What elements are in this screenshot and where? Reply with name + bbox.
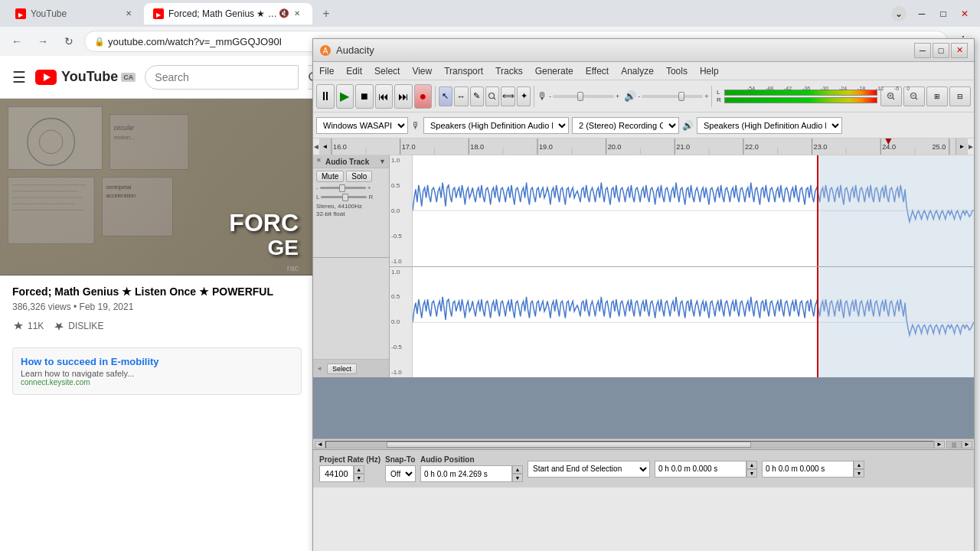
selection-start-down-button[interactable]: ▼	[746, 469, 757, 478]
skip-forward-button[interactable]: ⏭	[394, 84, 413, 109]
thumb-background: circular motion... centripetal accelerat…	[0, 99, 314, 276]
audio-position-up-button[interactable]: ▲	[512, 465, 523, 474]
menu-edit[interactable]: Edit	[340, 62, 368, 80]
input-volume-thumb	[577, 92, 583, 101]
project-rate-value[interactable]: 44100	[319, 465, 354, 482]
select-tool-button[interactable]: ↖	[439, 86, 452, 106]
selection-end-value[interactable]: 0 h 0.0 m 0.000 s	[762, 461, 854, 478]
audacity-window: A Audacity ─ □ ✕ File Edit Select View T…	[312, 38, 975, 551]
menu-analyze[interactable]: Analyze	[615, 62, 660, 80]
waveform-track-1[interactable]: 1.0 0.5 0.0 -0.5 -1.0	[390, 155, 974, 267]
tab-close-1[interactable]: ✕	[122, 8, 135, 20]
zoom-out-button[interactable]	[903, 86, 925, 106]
horizontal-scrollbar[interactable]: ◄ ► ||| ►	[313, 439, 974, 449]
selection-end-up-button[interactable]: ▲	[854, 461, 864, 469]
timeline-scroll-left[interactable]: ◄	[313, 140, 319, 154]
track-1-solo-button[interactable]: Solo	[346, 171, 372, 182]
browser-tab-1[interactable]: ▶ YouTube ✕	[6, 3, 144, 24]
track-collapse-button[interactable]: ◄	[316, 365, 324, 373]
menu-select[interactable]: Select	[368, 62, 406, 80]
zoom-in-button[interactable]	[880, 86, 902, 106]
input-volume-control: - +	[549, 93, 619, 100]
yt-video-thumbnail[interactable]: circular motion... centripetal accelerat…	[0, 99, 314, 276]
snap-to-select[interactable]: Off	[385, 465, 416, 482]
host-select[interactable]: Windows WASAPI	[316, 117, 408, 134]
browser-minimize-button[interactable]: ─	[913, 5, 931, 23]
selection-overlay-2	[817, 267, 974, 378]
audacity-minimize-button[interactable]: ─	[914, 43, 931, 58]
menu-view[interactable]: View	[406, 62, 438, 80]
track-1-dropdown[interactable]: ▼	[379, 158, 386, 165]
hscroll-left-button[interactable]: ◄	[315, 441, 325, 448]
draw-tool-button[interactable]: ✎	[470, 86, 484, 106]
menu-transport[interactable]: Transport	[438, 62, 489, 80]
forward-button[interactable]: →	[32, 31, 54, 52]
timeline-scroll-right[interactable]: ►	[968, 140, 974, 154]
browser-tab-2[interactable]: ▶ Forced; Math Genius ★ Liste... 🔇 ✕	[144, 3, 312, 24]
hscroll-thumb[interactable]	[387, 442, 751, 448]
menu-tracks[interactable]: Tracks	[489, 62, 529, 80]
audio-position-value[interactable]: 0 h 0.0 m 24.269 s	[420, 465, 512, 482]
hscroll-right-button[interactable]: ►	[934, 441, 945, 448]
stop-button[interactable]: ■	[355, 84, 374, 109]
audio-position-down-button[interactable]: ▼	[512, 474, 523, 482]
output-volume-control: - +	[638, 93, 708, 100]
channel-select[interactable]: 2 (Stereo) Recording C...	[572, 117, 679, 134]
output-device-select[interactable]: Speakers (High Definition Audio Device	[697, 117, 842, 134]
track-1-close-button[interactable]: ✕	[316, 157, 325, 166]
selection-type-select[interactable]: Start and End of Selection	[528, 461, 650, 478]
zoom-fit-button[interactable]: ⊞	[926, 86, 948, 106]
audacity-maximize-button[interactable]: □	[933, 43, 949, 58]
track-1-pan-slider[interactable]	[321, 196, 367, 198]
tab-search-button[interactable]: ⌄	[891, 6, 906, 21]
ruler-scroll-left[interactable]: ◄	[319, 139, 332, 155]
menu-generate[interactable]: Generate	[529, 62, 580, 80]
selection-start-up-button[interactable]: ▲	[746, 461, 757, 469]
skip-back-button[interactable]: ⏮	[375, 84, 394, 109]
record-button[interactable]: ●	[414, 84, 433, 109]
tab-close-2[interactable]: ✕	[291, 8, 303, 20]
svg-text:circular: circular	[114, 125, 135, 132]
device-toolbar: Windows WASAPI 🎙 Speakers (High Definiti…	[313, 112, 974, 139]
ruler-scroll-right[interactable]: ►	[956, 139, 968, 155]
track-1-gain-slider[interactable]	[320, 187, 366, 189]
hscroll-end-button[interactable]: ►	[962, 441, 972, 448]
output-volume-thumb	[678, 92, 684, 101]
menu-file[interactable]: File	[313, 62, 340, 80]
browser-maximize-button[interactable]: □	[934, 5, 952, 23]
selection-end-down-button[interactable]: ▼	[854, 469, 864, 478]
browser-close-button[interactable]: ✕	[956, 5, 974, 23]
track-area: ✕ Audio Track ▼ Mute Solo - +	[313, 155, 974, 377]
empty-track-area[interactable]	[313, 377, 974, 439]
selection-start-value[interactable]: 0 h 0.0 m 0.000 s	[655, 461, 746, 478]
track-select-button[interactable]: Select	[327, 364, 357, 374]
zoom-tool-button[interactable]	[485, 86, 499, 106]
project-rate-up-button[interactable]: ▲	[354, 465, 364, 474]
menu-tools[interactable]: Tools	[660, 62, 694, 80]
input-device-select[interactable]: Speakers (High Definition Audio Device	[423, 117, 569, 134]
play-button[interactable]: ▶	[336, 84, 354, 109]
input-volume-slider[interactable]	[553, 95, 614, 98]
zoom-fit-v-button[interactable]: ⊟	[949, 86, 971, 106]
waveform-track-2[interactable]: 1.0 0.5 0.0 -0.5 -1.0	[390, 267, 974, 378]
yt-search-input[interactable]	[145, 65, 299, 90]
refresh-button[interactable]: ↻	[58, 31, 80, 52]
svg-text:17.0: 17.0	[402, 143, 416, 151]
new-tab-button[interactable]: +	[315, 3, 337, 24]
project-rate-down-button[interactable]: ▼	[354, 474, 364, 482]
yt-ad-banner[interactable]: How to succeed in E-mobility Learn how t…	[12, 347, 302, 395]
menu-effect[interactable]: Effect	[580, 62, 615, 80]
envelope-tool-button[interactable]: ↔	[454, 86, 468, 106]
dislike-button[interactable]: DISLIKE	[53, 320, 103, 332]
output-volume-slider[interactable]	[642, 95, 703, 98]
multi-tool-button[interactable]: ✦	[517, 86, 531, 106]
timeshift-tool-button[interactable]: ⟺	[501, 86, 514, 106]
back-button[interactable]: ←	[6, 31, 28, 52]
track-1-mute-button[interactable]: Mute	[316, 171, 344, 182]
like-button[interactable]: 11K	[12, 320, 44, 332]
audacity-close-button[interactable]: ✕	[951, 43, 968, 58]
pause-button[interactable]: ⏸	[316, 84, 335, 109]
yt-menu-icon[interactable]: ☰	[12, 68, 26, 86]
url-text: youtube.com/watch?v=_mmGGQJO90I	[108, 36, 282, 47]
menu-help[interactable]: Help	[694, 62, 725, 80]
